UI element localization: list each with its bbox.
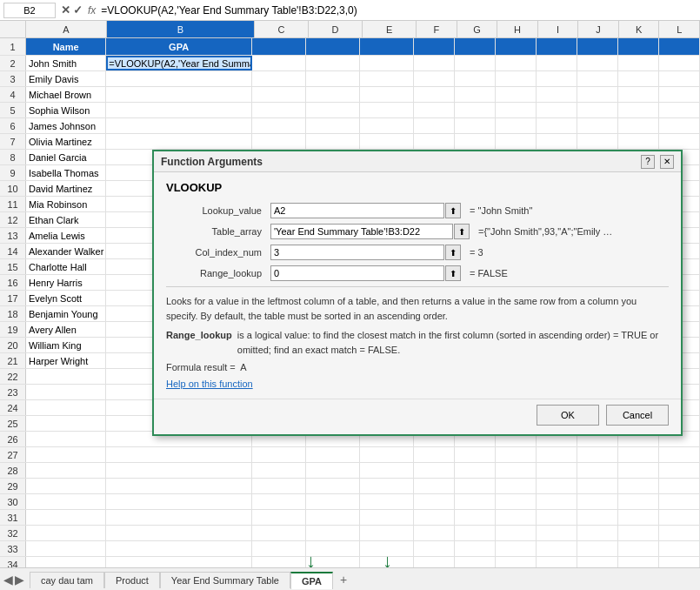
- cell-d30[interactable]: [306, 494, 360, 509]
- table-row[interactable]: 31: [0, 510, 700, 526]
- col-header-i[interactable]: I: [538, 21, 579, 37]
- cell-e6[interactable]: [360, 118, 414, 133]
- cell-b3[interactable]: [106, 71, 252, 86]
- cell-h2[interactable]: [496, 56, 537, 70]
- cell-k27[interactable]: [618, 447, 659, 462]
- cell-l28[interactable]: [659, 463, 700, 478]
- tab-prev-icon[interactable]: ◀: [3, 573, 13, 587]
- cell-j29[interactable]: [577, 479, 618, 493]
- cell-i5[interactable]: [537, 103, 577, 117]
- cell-j32[interactable]: [577, 526, 618, 540]
- cell-g4[interactable]: [455, 87, 496, 102]
- cell-a13[interactable]: Amelia Lewis: [26, 228, 106, 243]
- cell-a19[interactable]: Avery Allen: [26, 322, 106, 337]
- cell-a29[interactable]: [26, 479, 106, 493]
- arg-expand-col[interactable]: ⬆: [445, 245, 461, 260]
- cell-a24[interactable]: [26, 400, 106, 415]
- cell-a30[interactable]: [26, 494, 106, 509]
- table-row[interactable]: 32: [0, 526, 700, 541]
- cell-i1[interactable]: [537, 38, 577, 55]
- cell-i6[interactable]: [537, 118, 577, 133]
- cell-j30[interactable]: [577, 494, 618, 509]
- cell-l6[interactable]: [659, 118, 700, 133]
- cell-a32[interactable]: [26, 526, 106, 540]
- cell-g3[interactable]: [455, 71, 496, 86]
- cell-e31[interactable]: [360, 510, 414, 525]
- cell-k2[interactable]: [618, 56, 659, 70]
- cell-c2[interactable]: [252, 56, 306, 70]
- cell-d32[interactable]: [306, 526, 360, 540]
- col-header-h[interactable]: H: [497, 21, 538, 37]
- table-row[interactable]: 5Sophia Wilson: [0, 103, 700, 118]
- dialog-close-btn[interactable]: ✕: [660, 155, 674, 169]
- cell-a14[interactable]: Alexander Walker: [26, 244, 106, 258]
- cell-g31[interactable]: [455, 510, 496, 525]
- cell-a21[interactable]: Harper Wright: [26, 353, 106, 368]
- cell-k1[interactable]: [618, 38, 659, 55]
- cell-g5[interactable]: [455, 103, 496, 117]
- cell-a12[interactable]: Ethan Clark: [26, 212, 106, 227]
- cell-l32[interactable]: [659, 526, 700, 540]
- col-header-f[interactable]: F: [417, 21, 457, 37]
- cell-e32[interactable]: [360, 526, 414, 540]
- cell-c28[interactable]: [252, 463, 306, 478]
- cell-f33[interactable]: [414, 541, 455, 556]
- cell-b6[interactable]: [106, 118, 252, 133]
- col-header-c[interactable]: C: [255, 21, 309, 37]
- cell-a28[interactable]: [26, 463, 106, 478]
- tab-nav[interactable]: ◀ ▶: [3, 573, 24, 587]
- arg-input-range[interactable]: [270, 265, 444, 281]
- help-link[interactable]: Help on this function: [166, 379, 253, 389]
- cell-h28[interactable]: [496, 463, 537, 478]
- cell-l5[interactable]: [659, 103, 700, 117]
- cell-k33[interactable]: [618, 541, 659, 556]
- cell-e2[interactable]: [360, 56, 414, 70]
- cell-a18[interactable]: Benjamin Young: [26, 306, 106, 321]
- col-header-d[interactable]: D: [309, 21, 363, 37]
- cell-j4[interactable]: [577, 87, 618, 102]
- col-header-e[interactable]: E: [363, 21, 417, 37]
- cell-a27[interactable]: [26, 447, 106, 462]
- table-row[interactable]: 7Olivia Martinez: [0, 134, 700, 150]
- table-row[interactable]: 3Emily Davis: [0, 71, 700, 87]
- cell-c31[interactable]: [252, 510, 306, 525]
- cell-j5[interactable]: [577, 103, 618, 117]
- cell-l27[interactable]: [659, 447, 700, 462]
- cell-f27[interactable]: [414, 447, 455, 462]
- cell-d28[interactable]: [306, 463, 360, 478]
- cell-f28[interactable]: [414, 463, 455, 478]
- arg-input-table[interactable]: [270, 224, 453, 239]
- cell-d3[interactable]: [306, 71, 360, 86]
- cell-e27[interactable]: [360, 447, 414, 462]
- cell-a23[interactable]: [26, 385, 106, 399]
- cell-l2[interactable]: [659, 56, 700, 70]
- cell-j7[interactable]: [577, 134, 618, 149]
- cell-a8[interactable]: Daniel Garcia: [26, 150, 106, 164]
- cell-g33[interactable]: [455, 541, 496, 556]
- cell-a20[interactable]: William King: [26, 338, 106, 352]
- cell-a2[interactable]: John Smith: [26, 56, 106, 70]
- cell-c3[interactable]: [252, 71, 306, 86]
- arg-input-col[interactable]: [270, 245, 444, 260]
- cell-j27[interactable]: [577, 447, 618, 462]
- cell-i2[interactable]: [537, 56, 577, 70]
- cell-i31[interactable]: [537, 510, 577, 525]
- table-row[interactable]: 2John Smith=VLOOKUP(A2,'Year End Summary…: [0, 56, 700, 71]
- cell-d31[interactable]: [306, 510, 360, 525]
- arg-expand-lookup[interactable]: ⬆: [445, 203, 461, 218]
- cell-g6[interactable]: [455, 118, 496, 133]
- col-header-l[interactable]: L: [659, 21, 700, 37]
- cell-k5[interactable]: [618, 103, 659, 117]
- cell-c29[interactable]: [252, 479, 306, 493]
- cell-e1[interactable]: [360, 38, 414, 55]
- cell-k30[interactable]: [618, 494, 659, 509]
- cell-e7[interactable]: [360, 134, 414, 149]
- cell-g28[interactable]: [455, 463, 496, 478]
- cell-k32[interactable]: [618, 526, 659, 540]
- cell-f2[interactable]: [414, 56, 455, 70]
- cell-b33[interactable]: [106, 541, 252, 556]
- cell-f7[interactable]: [414, 134, 455, 149]
- cell-d5[interactable]: [306, 103, 360, 117]
- table-row[interactable]: 28: [0, 463, 700, 479]
- cell-h5[interactable]: [496, 103, 537, 117]
